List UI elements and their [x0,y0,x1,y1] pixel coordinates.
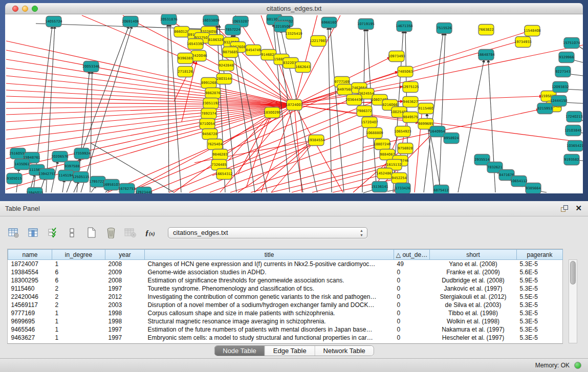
tab-node-table[interactable]: Node Table [214,346,265,356]
cell-in_degree[interactable]: 2 [52,285,105,293]
graph-node[interactable]: 9846283 [212,149,228,160]
cell-year[interactable]: 2009 [105,268,145,276]
graph-node[interactable]: 6497568 [337,84,353,95]
graph-node[interactable]: 7986372 [357,106,372,117]
cell-out_degree[interactable]: 0 [394,268,430,276]
graph-node[interactable]: 15751074 [563,38,580,49]
delete-rows-icon[interactable] [124,226,137,239]
graph-node[interactable]: 10688809 [366,128,383,139]
graph-node[interactable]: 9115460 [418,103,433,114]
cell-pagerank[interactable]: 5.3E-5 [517,285,563,293]
cell-pagerank[interactable]: 5.3E-5 [517,325,563,334]
graph-node[interactable]: 9329966 [559,52,574,63]
cell-short[interactable]: Franke et al. (2009) [430,268,517,276]
graph-node[interactable]: 7892374 [201,108,216,119]
select-columns-icon[interactable] [27,226,40,239]
graph-node[interactable]: 8186328 [208,35,224,46]
graph-node[interactable]: 7515526 [437,23,452,34]
graph-node[interactable]: 15720407 [361,117,378,128]
cell-in_degree[interactable]: 1 [52,260,105,268]
graph-node[interactable]: 18300295 [264,107,281,118]
cell-year[interactable]: 1997 [105,334,145,342]
graph-node[interactable]: 9456728 [202,129,217,140]
graph-node[interactable]: 9452254 [391,173,407,184]
cell-in_degree[interactable]: 1 [52,325,105,334]
graph-node[interactable]: 16958107 [103,180,120,190]
cell-out_degree[interactable]: 0 [394,293,430,301]
graph-node[interactable]: 7857224 [225,25,241,35]
table-row[interactable]: 1456911722003Disruption of a novel membe… [8,301,563,309]
citation-edge-black[interactable] [90,71,92,192]
float-panel-icon[interactable] [561,205,569,213]
cell-title[interactable]: Structural magnetic resonance image aver… [145,317,394,325]
graph-node[interactable]: 1640954 [430,126,445,137]
cell-name[interactable]: 18724007 [8,260,52,268]
graph-node[interactable]: 20691406 [122,16,139,27]
cell-name[interactable]: 9777169 [8,309,52,317]
graph-node[interactable]: 20053346 [82,61,100,72]
graph-node[interactable]: 12093832 [552,82,569,93]
graph-node[interactable]: 1662643 [295,62,311,73]
cell-pagerank[interactable]: 5.9E-5 [517,276,563,285]
cell-title[interactable]: Changes of HCN gene expression and I(f) … [145,260,394,268]
cell-title[interactable]: Estimation of significance thresholds fo… [145,276,394,285]
graph-node[interactable]: 8215953 [537,103,553,114]
cell-in_degree[interactable]: 1 [52,334,105,342]
column-header-short[interactable]: short [430,250,517,260]
cell-name[interactable]: 22420046 [8,293,52,301]
citation-edge-red[interactable] [294,45,583,105]
table-row[interactable]: 911546021997Tourette syndrome. Phenomeno… [8,285,563,293]
graph-node[interactable]: 1145194 [58,170,74,181]
graph-node[interactable]: 10654112 [510,176,528,187]
graph-node[interactable]: 9862876 [205,88,221,99]
cell-year[interactable]: 2012 [105,293,145,301]
graph-node[interactable]: 9242848 [219,60,234,71]
column-header-in_degree[interactable]: in_degree [52,250,105,260]
column-header-title[interactable]: title [145,250,394,260]
graph-node[interactable]: 14055724 [45,16,62,27]
show-columns-checklist-icon[interactable] [46,226,59,239]
graph-node[interactable]: 19384554 [308,135,325,146]
network-canvas[interactable]: 1405572420691406205318761603380910653287… [5,14,583,193]
cell-out_degree[interactable]: 49 [394,260,430,268]
citation-edge-red[interactable] [6,105,294,108]
graph-node[interactable]: 16782753 [118,184,136,194]
graph-node[interactable]: 16543392 [187,39,204,50]
cell-in_degree[interactable]: 1 [52,309,105,317]
graph-node[interactable]: 10365421 [567,141,583,151]
cell-out_degree[interactable]: 0 [394,285,430,293]
graph-node[interactable]: 10719195 [357,19,375,30]
graph-node[interactable]: 7485063 [398,67,413,77]
cell-short[interactable]: Hescheler et al. (1997) [430,334,517,342]
cell-short[interactable]: Yano et al. (2008) [430,260,517,268]
cell-title[interactable]: Genome-wide association studies in ADHD. [145,268,394,276]
cell-year[interactable]: 1997 [105,325,145,334]
cell-name[interactable]: 9465546 [8,325,52,334]
graph-node[interactable]: 6875412 [433,185,449,194]
graph-node[interactable]: 9463627 [403,97,418,107]
cell-out_degree[interactable]: 0 [394,325,430,334]
citation-edge-red[interactable] [6,50,294,105]
table-row[interactable]: 1938455462009Genome-wide association stu… [8,268,563,276]
cell-pagerank[interactable]: 5.5E-5 [517,293,563,301]
graph-node[interactable]: 9849575 [403,112,418,123]
cell-name[interactable]: 9699695 [8,317,52,325]
graph-node[interactable]: 23051192 [202,98,220,109]
cell-year[interactable]: 1998 [105,317,145,325]
column-header-name[interactable]: name [8,250,52,260]
graph-node[interactable]: 9396385 [178,53,193,64]
graph-node[interactable]: 8454749 [246,45,261,56]
cell-title[interactable]: Estimation of the future numbers of pati… [145,325,394,334]
graph-node[interactable]: 20206576 [51,151,69,162]
cell-in_degree[interactable]: 2 [52,301,105,309]
graph-node[interactable]: 14524861 [376,168,394,179]
column-header-out_degree[interactable]: △ out_de… [394,250,430,260]
cell-short[interactable]: Jankovic et al. (1997) [430,285,517,293]
cell-out_degree[interactable]: 0 [394,317,430,325]
citation-edge-red[interactable] [169,113,363,192]
citation-edge-red[interactable] [294,105,343,192]
graph-node[interactable]: 12505115 [72,172,90,183]
graph-node[interactable]: 18807249 [374,139,391,150]
graph-node[interactable]: 10973493 [388,51,405,62]
table-settings-icon[interactable] [7,226,20,239]
